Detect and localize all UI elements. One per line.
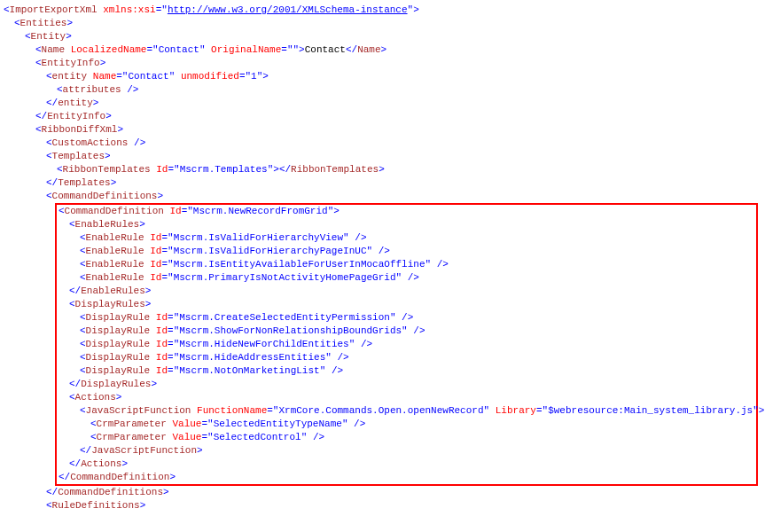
xml-line: </Actions> [59,458,756,471]
xsi-link[interactable]: http://www.w3.org/2001/XMLSchema-instanc… [168,4,408,15]
xml-line: </DisplayRules> [59,378,756,391]
xml-line: <Actions> [59,391,756,404]
xml-line: <DisplayRule Id="Mscrm.CreateSelectedEnt… [59,311,756,325]
xml-line: <EnableRules> [59,218,756,231]
xml-line: <attributes /> [4,83,761,97]
xml-line: <Name LocalizedName="Contact" OriginalNa… [4,43,761,57]
xml-line: <entity Name="Contact" unmodified="1"> [4,70,761,83]
xml-line: <DisplayRules> [59,298,756,311]
xml-line: <DisplayRule Id="Mscrm.NotOnMarketingLis… [59,364,756,378]
xml-line: <EnableRule Id="Mscrm.PrimaryIsNotActivi… [59,271,756,285]
xml-line: <CustomActions /> [4,137,761,150]
xml-line: <Entity> [4,30,761,43]
xml-line: <EnableRule Id="Mscrm.IsValidForHierarch… [59,245,756,258]
xml-line: <EnableRule Id="Mscrm.IsEntityAvailableF… [59,258,756,271]
xml-line: <CommandDefinitions> [4,190,761,203]
xml-line: <JavaScriptFunction FunctionName="XrmCor… [59,404,756,418]
xml-line: <RibbonTemplates Id="Mscrm.Templates"></… [4,163,761,176]
xml-line: <Entities> [4,17,761,30]
highlighted-block: <CommandDefinition Id="Mscrm.NewRecordFr… [55,203,758,486]
xml-line: </EntityInfo> [4,110,761,123]
xml-line: </CommandDefinition> [59,471,756,484]
xml-line: <DisplayRule Id="Mscrm.HideNewForChildEn… [59,338,756,351]
xml-line: <EnableRule Id="Mscrm.IsValidForHierarch… [59,231,756,245]
xml-line: <RuleDefinitions> [4,499,761,512]
xml-line: </entity> [4,97,761,110]
xml-line: <Templates> [4,150,761,163]
xml-line: <ImportExportXml xmlns:xsi="http://www.w… [4,4,761,17]
xml-line: <CrmParameter Value="SelectedEntityTypeN… [59,418,756,431]
xml-line: </EnableRules> [59,285,756,298]
xml-line: <DisplayRule Id="Mscrm.HideAddressEntiti… [59,351,756,364]
xml-line: </Templates> [4,176,761,190]
xml-line: <DisplayRule Id="Mscrm.ShowForNonRelatio… [59,325,756,338]
xml-line: <RibbonDiffXml> [4,123,761,137]
xml-line: <CrmParameter Value="SelectedControl" /> [59,431,756,444]
xml-line: <CommandDefinition Id="Mscrm.NewRecordFr… [59,205,756,218]
xml-line: <EntityInfo> [4,57,761,70]
xml-line: </CommandDefinitions> [4,486,761,499]
xml-line: </JavaScriptFunction> [59,444,756,458]
